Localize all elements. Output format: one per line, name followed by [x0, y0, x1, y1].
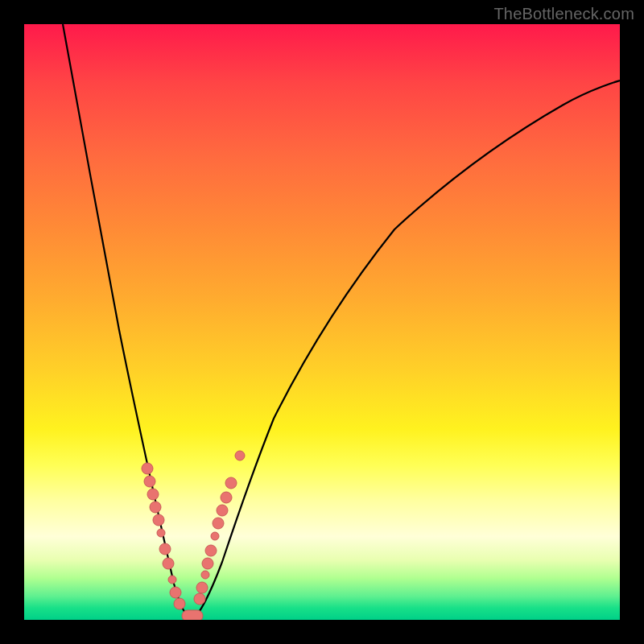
marker-dot: [217, 505, 228, 516]
marker-dot: [157, 529, 165, 537]
marker-bottom-pill: [182, 610, 203, 620]
marker-dot: [213, 518, 224, 529]
marker-dot: [174, 598, 185, 609]
watermark-text: TheBottleneck.com: [493, 5, 634, 23]
marker-dot: [168, 576, 176, 584]
curve-left-branch: [63, 24, 188, 617]
marker-dot: [205, 545, 217, 556]
marker-dot: [147, 489, 159, 500]
marker-dot: [144, 476, 155, 487]
marker-dot: [201, 571, 209, 579]
marker-dot: [150, 502, 161, 513]
marker-dot: [202, 558, 213, 569]
marker-dot: [170, 587, 181, 598]
marker-dot: [225, 477, 237, 489]
marker-dot: [196, 582, 208, 593]
marker-dot: [159, 543, 171, 555]
marker-dot: [153, 514, 164, 526]
marker-dot: [235, 451, 245, 460]
marker-dot: [163, 558, 174, 569]
marker-dot: [142, 463, 153, 474]
bottleneck-curve-plot: [24, 24, 620, 620]
marker-dot: [211, 532, 219, 540]
chart-frame: [24, 24, 620, 620]
marker-dot: [194, 593, 205, 605]
curve-right-branch: [195, 80, 620, 617]
marker-dot: [221, 492, 232, 503]
